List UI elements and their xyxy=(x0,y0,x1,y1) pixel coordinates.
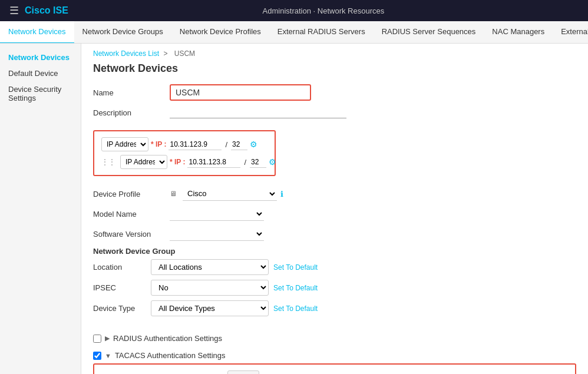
name-row: Name xyxy=(93,84,576,101)
drag-icon-2[interactable]: ⋮⋮ xyxy=(101,158,115,166)
tacacs-auth-title: TACACS Authentication Settings xyxy=(115,351,226,360)
tab-nac-managers[interactable]: NAC Managers xyxy=(484,21,553,44)
ip-input-1[interactable] xyxy=(169,139,222,150)
description-label: Description xyxy=(93,108,170,117)
device-type-row: Device Type All Device Types Set To Defa… xyxy=(93,300,576,316)
ip-type-select-1[interactable]: IP Address xyxy=(101,137,148,151)
logo: Cisco ISE xyxy=(25,5,68,16)
tacacs-chevron-icon xyxy=(105,352,111,359)
tab-radius-server-sequences[interactable]: RADIUS Server Sequences xyxy=(374,21,484,44)
name-label: Name xyxy=(93,88,170,97)
tacacs-auth-section: TACACS Authentication Settings Shared Se… xyxy=(93,351,576,374)
top-bar: ☰ Cisco ISE Administration · Network Res… xyxy=(0,0,588,21)
ip-section: IP Address * IP : / ⚙ ⋮⋮ IP Address * IP… xyxy=(93,130,276,176)
radius-auth-header[interactable]: RADIUS Authentication Settings xyxy=(93,334,576,343)
sidebar: Network Devices Default Device Device Se… xyxy=(0,44,81,374)
ipsec-select[interactable]: No xyxy=(151,280,269,296)
page-breadcrumb-title: Administration · Network Resources xyxy=(263,6,385,15)
software-version-label: Software Version xyxy=(93,230,170,239)
radius-auth-section: RADIUS Authentication Settings xyxy=(93,334,576,343)
tacacs-auth-checkbox[interactable] xyxy=(93,352,101,360)
ip-row-1: IP Address * IP : / ⚙ xyxy=(101,137,267,151)
hamburger-icon[interactable]: ☰ xyxy=(9,4,19,17)
ipsec-row: IPSEC No Set To Default xyxy=(93,280,576,296)
tab-network-devices[interactable]: Network Devices xyxy=(0,21,74,44)
location-row: Location All Locations Set To Default xyxy=(93,259,576,275)
ip-input-2[interactable] xyxy=(187,157,240,168)
ip-row-2: ⋮⋮ IP Address * IP : / ⚙ xyxy=(101,155,267,169)
name-input[interactable] xyxy=(176,88,293,97)
location-set-default[interactable]: Set To Default xyxy=(273,263,318,272)
ip-type-select-2[interactable]: IP Address xyxy=(120,155,167,169)
device-profile-icon: 🖥 xyxy=(170,190,177,198)
name-box xyxy=(170,84,311,101)
main-content: Network Devices List > USCM Network Devi… xyxy=(81,44,588,374)
model-name-label: Model Name xyxy=(93,210,170,219)
breadcrumb: Network Devices List > USCM xyxy=(93,49,576,58)
tacacs-auth-header[interactable]: TACACS Authentication Settings xyxy=(93,351,576,360)
software-version-wrap xyxy=(170,227,264,241)
location-label: Location xyxy=(93,263,146,272)
radius-auth-title: RADIUS Authentication Settings xyxy=(113,334,222,343)
gear-icon-1[interactable]: ⚙ xyxy=(250,140,257,149)
ip-required-label-2: * IP : xyxy=(170,158,185,166)
radius-auth-checkbox[interactable] xyxy=(93,335,101,343)
breadcrumb-list-link[interactable]: Network Devices List xyxy=(93,49,159,58)
model-name-select[interactable] xyxy=(170,207,264,221)
page-title: Network Devices xyxy=(93,62,576,75)
ip-prefix-1[interactable] xyxy=(231,139,247,150)
ip-prefix-2[interactable] xyxy=(250,157,266,168)
device-profile-wrap: 🖥 Cisco ℹ xyxy=(170,187,283,201)
device-type-label: Device Type xyxy=(93,304,146,313)
ip-required-label-1: * IP : xyxy=(151,140,166,148)
shared-secret-row: Shared Secret ······· Show Retire ℹ xyxy=(103,370,567,374)
sidebar-item-default-device[interactable]: Default Device xyxy=(0,65,81,81)
tab-network-device-profiles[interactable]: Network Device Profiles xyxy=(171,21,269,44)
model-name-row: Model Name xyxy=(93,207,576,221)
software-version-select[interactable] xyxy=(170,227,264,241)
description-wrap xyxy=(170,107,576,118)
layout: Network Devices Default Device Device Se… xyxy=(0,44,588,374)
ipsec-label: IPSEC xyxy=(93,283,146,292)
breadcrumb-current: USCM xyxy=(174,49,195,58)
ip-slash-1: / xyxy=(225,140,227,149)
tab-external-mdm[interactable]: External MDM xyxy=(553,21,588,44)
tacacs-box: Shared Secret ······· Show Retire ℹ Enab… xyxy=(93,363,576,374)
tab-external-radius-servers[interactable]: External RADIUS Servers xyxy=(269,21,374,44)
sidebar-item-network-devices[interactable]: Network Devices xyxy=(0,49,81,65)
ip-slash-2: / xyxy=(244,158,246,167)
gear-icon-2[interactable]: ⚙ xyxy=(269,157,276,167)
device-profile-row: Device Profile 🖥 Cisco ℹ xyxy=(93,187,576,201)
model-name-wrap xyxy=(170,207,264,221)
info-icon-device-profile[interactable]: ℹ xyxy=(280,190,283,198)
device-profile-label: Device Profile xyxy=(93,190,170,198)
description-row: Description xyxy=(93,107,576,118)
device-type-set-default[interactable]: Set To Default xyxy=(273,305,318,313)
nav-tabs: Network Devices Network Device Groups Ne… xyxy=(0,21,588,44)
location-select[interactable]: All Locations xyxy=(151,259,269,275)
software-version-row: Software Version xyxy=(93,227,576,241)
ndg-label: Network Device Group xyxy=(93,247,576,256)
breadcrumb-separator: > xyxy=(163,49,167,58)
radius-chevron-icon xyxy=(105,335,110,342)
sidebar-item-device-security-settings[interactable]: Device Security Settings xyxy=(0,81,81,106)
shared-secret-dots: ······· xyxy=(172,372,199,374)
device-profile-select[interactable]: Cisco xyxy=(183,187,277,201)
tab-network-device-groups[interactable]: Network Device Groups xyxy=(74,21,171,44)
retire-button[interactable]: Retire xyxy=(227,370,259,374)
description-input[interactable] xyxy=(170,107,346,118)
device-type-select[interactable]: All Device Types xyxy=(151,300,269,316)
ipsec-set-default[interactable]: Set To Default xyxy=(273,284,318,292)
